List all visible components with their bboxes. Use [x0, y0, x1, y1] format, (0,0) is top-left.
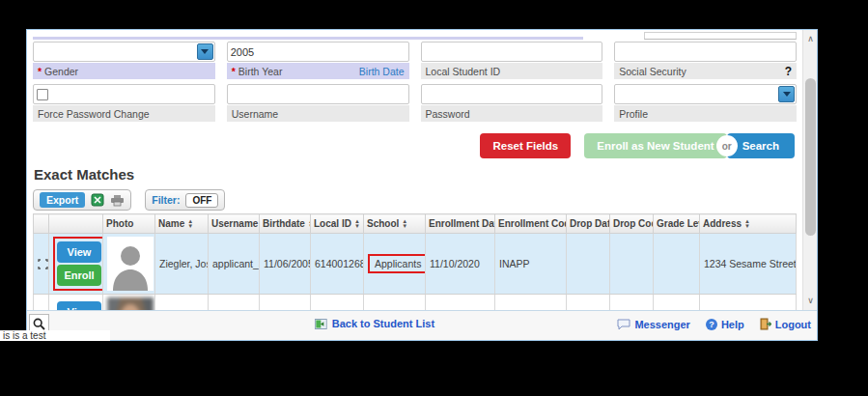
- header-photo: Photo: [103, 214, 155, 234]
- scroll-up-arrow-icon[interactable]: ∧: [803, 32, 818, 46]
- name-cell: Ziegler, Joshua: [155, 234, 209, 295]
- header-enrollment-code[interactable]: Enrollment Code: [495, 214, 567, 234]
- logout-door-icon: [760, 318, 771, 330]
- birth-year-value: 2005: [231, 46, 254, 58]
- local-student-id-input[interactable]: [421, 42, 603, 62]
- header-school[interactable]: School: [364, 214, 426, 234]
- gender-label: * Gender: [33, 63, 215, 79]
- help-label: Help: [721, 319, 744, 330]
- excel-export-icon[interactable]: [91, 193, 104, 207]
- dropdown-arrow-icon[interactable]: [197, 43, 213, 60]
- scrollbar-thumb[interactable]: [805, 78, 816, 236]
- back-to-list-icon: [315, 319, 327, 329]
- export-group: Export: [33, 189, 131, 211]
- export-button[interactable]: Export: [40, 192, 85, 208]
- sort-arrows-icon[interactable]: [354, 219, 360, 229]
- header-birthdate[interactable]: Birthdate: [260, 214, 311, 234]
- social-security-input[interactable]: [614, 42, 797, 62]
- social-security-field: Social Security ?: [614, 42, 797, 79]
- table-toolbar: Export Filter: OFF: [33, 189, 797, 211]
- school-cell: PAEC High School: [364, 295, 426, 310]
- header-drop-code[interactable]: Drop Code: [610, 214, 654, 234]
- birthdate-cell: 11/06/2005: [260, 234, 311, 295]
- match-row-2: View Enroll Ziegler, Joshua 611 06/05/2: [34, 295, 797, 310]
- sort-arrows-icon[interactable]: [744, 219, 750, 229]
- birthdate-cell: 06/05/2: [260, 295, 311, 310]
- header-local-id[interactable]: Local ID: [311, 214, 364, 234]
- local-student-id-label-text: Local Student ID: [426, 66, 501, 77]
- back-to-student-list-link[interactable]: Back to Student List: [315, 318, 434, 329]
- header-grade-level[interactable]: Grade Level: [654, 214, 700, 234]
- gender-select[interactable]: [33, 42, 215, 62]
- header-username[interactable]: Username: [209, 214, 260, 234]
- logout-link[interactable]: Logout: [760, 318, 811, 330]
- profile-label: Profile: [614, 105, 797, 122]
- enrollment-date-cell: 11/10/2020: [426, 234, 495, 295]
- drop-code-cell: [610, 234, 654, 295]
- expand-icon[interactable]: [38, 259, 48, 269]
- password-field: Password: [421, 84, 603, 122]
- vertical-scrollbar[interactable]: ∧ ∨: [802, 30, 817, 310]
- enroll-button[interactable]: Enroll: [57, 265, 101, 286]
- avatar-placeholder: [107, 237, 154, 291]
- logout-label: Logout: [775, 319, 811, 330]
- birth-year-input[interactable]: 2005: [227, 42, 409, 62]
- search-icon: [33, 318, 45, 330]
- actions-cell: View Enroll: [49, 295, 103, 310]
- messenger-label: Messenger: [634, 319, 689, 330]
- main-content: * Gender 2005 * Birth Year Birth Date Lo…: [27, 30, 802, 310]
- header-drop-date[interactable]: Drop Date: [567, 214, 610, 234]
- print-icon[interactable]: [110, 194, 125, 207]
- enrollment-date-cell: 10/14/2019: [426, 295, 495, 310]
- local-student-id-label: Local Student ID: [421, 63, 603, 79]
- header-enrollment-date[interactable]: Enrollment Date: [426, 214, 495, 234]
- actions-cell: View Enroll: [49, 234, 103, 295]
- reset-fields-button[interactable]: Reset Fields: [480, 133, 571, 158]
- local-id-cell: 6110016372: [311, 295, 364, 310]
- birth-year-field: 2005 * Birth Year Birth Date: [227, 42, 409, 79]
- app-window: * Gender 2005 * Birth Year Birth Date Lo…: [26, 29, 818, 341]
- required-asterisk: *: [232, 66, 236, 77]
- match-row-1: View Enroll Ziegler, Joshua ap: [34, 234, 797, 295]
- dropdown-arrow-icon[interactable]: [778, 86, 795, 102]
- force-password-change-field: Force Password Change: [33, 84, 215, 122]
- password-input[interactable]: [421, 84, 603, 104]
- form-actions: Reset Fields Enroll as New Student or Se…: [33, 133, 795, 158]
- annotation-red-box: Applicants: [368, 254, 426, 273]
- exact-matches-table: Photo Name Username Birthdate Local ID S…: [33, 213, 797, 310]
- force-password-change-label: Force Password Change: [33, 105, 215, 122]
- local-id-cell: 6140012685: [311, 234, 364, 295]
- gender-label-text: Gender: [44, 66, 78, 77]
- sort-arrows-icon[interactable]: [187, 219, 193, 229]
- birth-year-label-text: Birth Year: [238, 66, 283, 77]
- photo-cell: [103, 295, 155, 310]
- clipped-field: [33, 36, 583, 40]
- filter-toggle[interactable]: OFF: [185, 193, 218, 208]
- address-cell: 1234 Sesame Street, Lake City, US-FL 525…: [700, 234, 797, 295]
- back-link-label: Back to Student List: [332, 318, 434, 329]
- footer-bar: Back to Student List Messenger Help Logo…: [27, 310, 817, 340]
- messenger-link[interactable]: Messenger: [617, 319, 689, 330]
- profile-select[interactable]: [614, 84, 797, 104]
- help-question-icon[interactable]: ?: [785, 65, 792, 78]
- exact-matches-heading: Exact Matches: [34, 166, 797, 183]
- clipped-field: [644, 32, 797, 40]
- social-security-label: Social Security ?: [614, 63, 797, 79]
- enroll-as-new-student-button[interactable]: Enroll as New Student: [584, 133, 726, 158]
- footer-links: Messenger Help Logout: [617, 318, 811, 330]
- force-password-change-checkbox[interactable]: [37, 89, 48, 100]
- header-address[interactable]: Address: [700, 214, 797, 234]
- view-button[interactable]: View: [57, 241, 101, 263]
- help-link[interactable]: Help: [706, 319, 744, 330]
- sort-arrows-icon[interactable]: [402, 219, 407, 229]
- filter-label: Filter:: [152, 194, 180, 206]
- username-field: Username: [227, 84, 409, 122]
- birth-date-link[interactable]: Birth Date: [359, 66, 405, 77]
- header-name[interactable]: Name: [155, 214, 209, 234]
- local-student-id-field: Local Student ID: [421, 42, 603, 79]
- username-input[interactable]: [227, 84, 409, 104]
- scroll-down-arrow-icon[interactable]: ∨: [803, 294, 818, 308]
- view-button[interactable]: View: [57, 301, 101, 310]
- grade-level-cell: [654, 234, 700, 295]
- address-cell: [700, 295, 797, 310]
